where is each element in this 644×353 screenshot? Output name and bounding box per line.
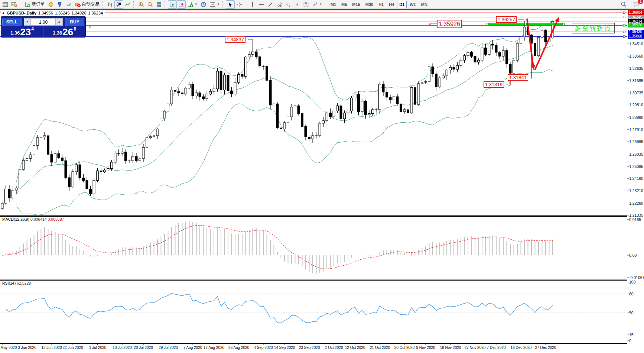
- date-tick: 4 Sep 2020: [254, 346, 273, 350]
- svg-text:E: E: [280, 5, 282, 7]
- timeframe-w1[interactable]: W1: [407, 1, 418, 8]
- date-tick: 22 Jun 2020: [62, 346, 83, 350]
- timeframe-d1[interactable]: D1: [397, 1, 407, 8]
- timeframe-m5[interactable]: M5: [339, 1, 349, 8]
- rsi-tick: 0: [629, 339, 631, 343]
- horizontal-line-tool-icon[interactable]: [257, 0, 266, 9]
- price-tick: 1.34510: [629, 42, 643, 46]
- date-tick: 23 Sep 2020: [299, 346, 320, 350]
- volume-input[interactable]: 1.00: [31, 18, 56, 26]
- segment-anchor[interactable]: [525, 23, 527, 25]
- date-tick: 16 Dec 2020: [511, 346, 532, 350]
- timeframe-m1[interactable]: M1: [328, 1, 338, 8]
- main-toolbar: 新订单 自动交易 ▼ ▼ E F A T ▼ M1M5M15M30H1H4D1W…: [0, 0, 644, 9]
- candlestick-chart-type-icon[interactable]: [114, 0, 123, 9]
- metaeditor-icon[interactable]: [46, 0, 55, 9]
- one-click-trading-panel: SELL ▼ 1.00 ▲ BUY 1.36 23 4 1.36 26 6: [1, 16, 86, 38]
- price-tick: 1.26985: [629, 139, 643, 144]
- object-anchor[interactable]: [89, 26, 91, 28]
- toolbar-separator: [325, 1, 327, 8]
- toolbar-separator: [133, 1, 136, 8]
- line-chart-type-icon[interactable]: [123, 0, 132, 9]
- zoom-in-icon[interactable]: [137, 0, 146, 9]
- segment-anchor[interactable]: [563, 23, 565, 25]
- new-chart-button[interactable]: ▼: [186, 0, 199, 9]
- search-icon[interactable]: [619, 0, 628, 9]
- bollinger-lower-band: [16, 69, 553, 215]
- vertical-line-tool-icon[interactable]: [248, 0, 257, 9]
- volume-increase-button[interactable]: ▲: [56, 18, 63, 26]
- chart-profile-icon[interactable]: ▼: [208, 0, 221, 9]
- price-tick: 1.24160: [629, 176, 643, 181]
- timeframe-h1[interactable]: H1: [376, 1, 386, 8]
- arrows-tool-icon[interactable]: ▼: [310, 0, 324, 9]
- notifications-button[interactable]: 1: [631, 0, 641, 9]
- price-tick: 1.29810: [629, 103, 643, 107]
- sell-button[interactable]: SELL: [2, 18, 22, 26]
- svg-text:F: F: [289, 5, 290, 7]
- chevron-down-icon: ▼: [319, 3, 322, 6]
- date-tick: 21 Oct 2020: [370, 346, 390, 350]
- price-tick: 1.23210: [629, 188, 643, 193]
- line-anchor[interactable]: [623, 16, 625, 18]
- crosshair-tool-icon[interactable]: [235, 0, 244, 9]
- date-tick: 29 Jul 2020: [159, 346, 178, 350]
- segment-anchor[interactable]: [487, 23, 489, 25]
- rsi-tick: 50: [629, 311, 634, 315]
- macd-tick: 0.0165: [629, 217, 641, 222]
- text-tool-icon[interactable]: A: [293, 0, 302, 9]
- line-anchor[interactable]: [623, 12, 625, 14]
- tile-windows-icon[interactable]: [155, 0, 163, 9]
- price-annotation-1.34837[interactable]: 1.34837: [225, 36, 245, 43]
- turning-point-label[interactable]: 多空转折点: [572, 23, 615, 33]
- line-anchor[interactable]: [623, 31, 625, 33]
- zoom-out-icon[interactable]: [146, 0, 155, 9]
- date-tick: 7 Aug 2020: [183, 346, 202, 350]
- macd-tick: -0.010571: [629, 275, 644, 280]
- price-tick: 1.22260: [629, 201, 643, 205]
- signals-icon[interactable]: [64, 0, 73, 9]
- notification-badge: 1: [638, 0, 643, 4]
- price-annotation-1.31841[interactable]: 1.31841: [508, 74, 528, 81]
- collapse-panel-icon[interactable]: ▲: [2, 11, 5, 14]
- auto-scroll-icon[interactable]: [168, 0, 177, 9]
- date-tick: 1 Jul 2020: [89, 346, 106, 350]
- chart-shift-icon[interactable]: [177, 0, 186, 9]
- label-anchor[interactable]: [429, 23, 430, 25]
- line-anchor[interactable]: [623, 36, 625, 38]
- price-annotation-1.31319[interactable]: 1.31319: [484, 81, 504, 88]
- autotrading-button[interactable]: 自动交易: [73, 0, 101, 9]
- price-tick: 1.28860: [629, 115, 643, 120]
- toolbar-separator: [20, 1, 22, 8]
- price-marker-1.35430: 1.35430: [628, 30, 644, 34]
- terminal-icon[interactable]: [55, 0, 64, 9]
- buy-price[interactable]: 1.36 26 6: [43, 26, 85, 38]
- channel-tool-icon[interactable]: E: [275, 0, 284, 9]
- timeframe-m30[interactable]: M30: [363, 1, 375, 8]
- chart-canvas[interactable]: [0, 0, 644, 353]
- timeframe-m15[interactable]: M15: [350, 1, 362, 8]
- period-clock-icon[interactable]: [199, 0, 208, 9]
- timeframe-mn[interactable]: MN: [419, 1, 430, 8]
- price-annotation-1.35926[interactable]: 1.35926: [437, 20, 462, 28]
- chevron-down-icon: ▼: [217, 3, 220, 6]
- strategy-tester-icon[interactable]: [10, 0, 19, 9]
- text-label-tool-icon[interactable]: T: [302, 0, 310, 9]
- buy-button[interactable]: BUY: [65, 18, 84, 26]
- line-anchor[interactable]: [623, 25, 625, 26]
- date-tick: 12 Jun 2020: [41, 346, 62, 350]
- trendline-tool-icon[interactable]: [266, 0, 275, 9]
- timeframe-h4[interactable]: H4: [387, 1, 396, 8]
- cursor-tool-icon[interactable]: [226, 0, 235, 9]
- ohlc-low: 1.34920: [72, 11, 87, 15]
- toolbar-separator: [245, 1, 247, 8]
- sell-price[interactable]: 1.36 23 4: [1, 26, 43, 38]
- price-annotation-1.36257[interactable]: 1.36257: [496, 16, 517, 23]
- volume-decrease-button[interactable]: ▼: [24, 18, 31, 26]
- fibonacci-tool-icon[interactable]: F: [284, 0, 293, 9]
- bar-chart-type-icon[interactable]: [105, 0, 114, 9]
- price-tick: 1.32635: [629, 66, 643, 71]
- new-order-button[interactable]: 新订单: [23, 0, 46, 9]
- data-window-icon[interactable]: [1, 0, 10, 9]
- price-tick: 1.25085: [629, 164, 643, 169]
